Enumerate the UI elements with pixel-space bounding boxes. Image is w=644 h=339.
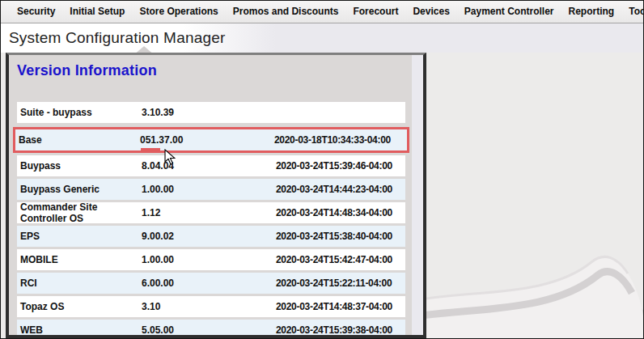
menu-item-security[interactable]: Security <box>10 1 62 23</box>
component-name: EPS <box>20 231 142 242</box>
panel-title: Version Information <box>17 62 423 79</box>
menu-item-promos-and-discounts[interactable]: Promos and Discounts <box>226 1 346 23</box>
swoosh-graphic <box>426 225 643 338</box>
highlight-callout-box: Base051.37.002020-03-18T10:34:33-04:00 <box>13 127 409 153</box>
component-timestamp: 2020-03-24T15:39:46-04:00 <box>276 160 402 172</box>
component-timestamp: 2020-03-24T15:39:38-04:00 <box>276 324 402 336</box>
component-timestamp: 2020-03-24T14:48:34-04:00 <box>276 207 402 218</box>
component-name: Buypass Generic <box>20 184 142 195</box>
component-name: WEB <box>20 324 142 336</box>
component-version: 5.05.00 <box>142 324 276 336</box>
menu-item-store-operations[interactable]: Store Operations <box>132 1 225 23</box>
menu-item-initial-setup[interactable]: Initial Setup <box>62 1 132 23</box>
scrollbar-track[interactable] <box>412 55 423 335</box>
component-name: Base <box>19 134 140 146</box>
menubar: SecurityInitial SetupStore OperationsPro… <box>1 1 643 23</box>
component-name: Commander Site Controller OS <box>20 201 142 224</box>
component-timestamp: 2020-03-18T10:34:33-04:00 <box>274 134 404 146</box>
version-row-commander-site-controller-os: Commander Site Controller OS1.122020-03-… <box>17 202 405 223</box>
page-title: System Configuration Manager <box>9 23 643 53</box>
menu-item-payment-controller[interactable]: Payment Controller <box>457 1 561 23</box>
menu-item-forecourt[interactable]: Forecourt <box>345 1 405 23</box>
component-name: RCI <box>20 278 142 289</box>
version-row-mobile: MOBILE1.00.002020-03-24T15:42:47-04:00 <box>17 249 405 270</box>
version-row-web: WEB5.05.002020-03-24T15:39:38-04:00 <box>17 320 405 338</box>
red-underline-annotation <box>141 148 160 151</box>
component-timestamp: 2020-03-24T14:48:37-04:00 <box>276 301 402 312</box>
component-name: Topaz OS <box>20 301 142 312</box>
component-name: Suite - buypass <box>20 107 142 118</box>
component-version: 1.00.00 <box>142 184 276 195</box>
mouse-cursor-icon <box>164 149 176 167</box>
version-row-rci: RCI6.00.002020-03-24T15:22:11-04:00 <box>17 273 405 294</box>
component-version: 6.00.00 <box>142 278 276 289</box>
component-version: 1.00.00 <box>142 254 276 265</box>
component-timestamp: 2020-03-24T15:38:40-04:00 <box>276 231 402 242</box>
component-timestamp: 2020-03-24T15:22:11-04:00 <box>276 278 402 289</box>
version-row-suite-buypass: Suite - buypass3.10.39 <box>17 102 405 123</box>
version-table: Suite - buypass3.10.39Base051.37.002020-… <box>17 102 405 338</box>
component-timestamp: 2020-03-24T15:42:47-04:00 <box>276 254 402 265</box>
component-timestamp: 2020-03-24T14:44:23-04:00 <box>276 184 402 195</box>
screenshot-frame: SecurityInitial SetupStore OperationsPro… <box>0 0 644 339</box>
component-name: MOBILE <box>20 254 142 265</box>
component-name: Buypass <box>20 160 142 172</box>
version-row-topaz-os: Topaz OS3.102020-03-24T14:48:37-04:00 <box>17 296 405 317</box>
component-version: 3.10.39 <box>142 107 276 118</box>
version-row-buypass: Buypass8.04.042020-03-24T15:39:46-04:00 <box>17 155 405 176</box>
component-version: 8.04.04 <box>142 160 276 172</box>
menu-item-reporting[interactable]: Reporting <box>561 1 622 23</box>
header-band: System Configuration Manager <box>1 23 643 53</box>
menu-item-tools[interactable]: Tools <box>621 1 644 23</box>
component-version: 051.37.00 <box>140 134 274 146</box>
component-version: 1.12 <box>142 207 276 218</box>
version-row-base: Base051.37.002020-03-18T10:34:33-04:00 <box>15 129 407 150</box>
menu-item-devices[interactable]: Devices <box>405 1 456 23</box>
version-row-eps: EPS9.00.022020-03-24T15:38:40-04:00 <box>17 226 405 247</box>
component-version: 9.00.02 <box>142 231 276 242</box>
version-panel: Version Information Suite - buypass3.10.… <box>6 53 426 338</box>
component-version: 3.10 <box>142 301 276 312</box>
version-row-buypass-generic: Buypass Generic1.00.002020-03-24T14:44:2… <box>17 179 405 200</box>
